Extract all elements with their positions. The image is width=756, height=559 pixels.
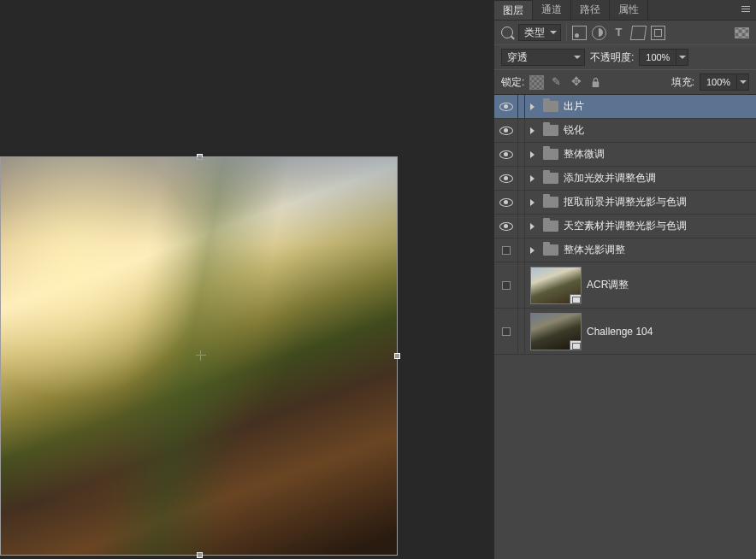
transform-center-icon — [196, 350, 206, 361]
layer-content: 天空素材并调整光影与色调 — [525, 215, 756, 238]
fill-label: 填充: — [671, 75, 694, 90]
canvas-image[interactable] — [0, 156, 398, 556]
tab-channels[interactable]: 通道 — [533, 0, 571, 20]
expand-triangle-icon[interactable] — [530, 103, 538, 110]
layer-row[interactable]: Challenge 104 — [494, 309, 756, 355]
folder-icon — [543, 173, 558, 184]
link-column — [518, 95, 525, 118]
lock-label: 锁定: — [501, 75, 524, 90]
blend-mode-value: 穿透 — [507, 50, 528, 65]
layer-name[interactable]: 添加光效并调整色调 — [564, 171, 656, 185]
filter-text-icon[interactable] — [611, 26, 626, 40]
visibility-empty-icon — [502, 327, 511, 336]
blend-mode-dropdown[interactable]: 穿透 — [501, 49, 585, 66]
fill-input[interactable] — [700, 74, 737, 91]
lock-transparency-icon[interactable] — [529, 75, 544, 90]
layer-content: 锐化 — [525, 119, 756, 142]
fill-stepper-icon[interactable] — [737, 74, 749, 91]
layer-row[interactable]: 抠取前景并调整光影与色调 — [494, 191, 756, 215]
folder-icon — [543, 149, 558, 160]
link-column — [518, 262, 525, 308]
link-column — [518, 309, 525, 354]
visibility-toggle[interactable] — [494, 143, 518, 166]
blend-opacity-row: 穿透 不透明度: — [494, 45, 756, 69]
transform-handle-top[interactable] — [197, 154, 203, 160]
visibility-toggle[interactable] — [494, 215, 518, 238]
visibility-toggle[interactable] — [494, 167, 518, 190]
transform-handle-bottom[interactable] — [197, 552, 203, 558]
smart-object-badge-icon — [570, 340, 582, 350]
layer-row[interactable]: 整体光影调整 — [494, 238, 756, 262]
visibility-toggle[interactable] — [494, 95, 518, 118]
filter-pixel-icon[interactable] — [572, 26, 587, 40]
link-column — [518, 191, 525, 214]
lock-pixels-icon[interactable] — [549, 75, 564, 90]
layer-content: 出片 — [525, 95, 756, 118]
layer-content: 整体光影调整 — [525, 238, 756, 262]
separator-icon — [566, 24, 567, 41]
opacity-input[interactable] — [639, 49, 676, 66]
layer-row[interactable]: 添加光效并调整色调 — [494, 167, 756, 191]
layer-name[interactable]: 整体微调 — [564, 147, 605, 162]
expand-triangle-icon[interactable] — [530, 151, 538, 158]
search-icon[interactable] — [501, 26, 513, 38]
layer-row[interactable]: 天空素材并调整光影与色调 — [494, 215, 756, 238]
panel-menu-icon[interactable] — [739, 3, 753, 15]
visibility-toggle[interactable] — [494, 238, 518, 262]
eye-icon — [499, 103, 513, 111]
layer-name[interactable]: Challenge 104 — [587, 326, 653, 338]
link-column — [518, 143, 525, 166]
visibility-toggle[interactable] — [494, 119, 518, 142]
layer-name[interactable]: ACR调整 — [587, 278, 629, 292]
folder-icon — [543, 197, 558, 208]
layer-row[interactable]: 整体微调 — [494, 143, 756, 167]
expand-triangle-icon[interactable] — [530, 223, 538, 230]
folder-icon — [543, 244, 558, 256]
expand-triangle-icon[interactable] — [530, 175, 538, 182]
visibility-toggle[interactable] — [494, 191, 518, 214]
layer-row[interactable]: ACR调整 — [494, 262, 756, 309]
link-column — [518, 119, 525, 142]
eye-icon — [499, 127, 513, 135]
filter-toggle-icon[interactable] — [735, 27, 749, 38]
layer-row[interactable]: 出片 — [494, 95, 756, 119]
layer-content: ACR调整 — [525, 262, 756, 308]
visibility-toggle[interactable] — [494, 309, 518, 354]
panel-tab-bar: 图层 通道 路径 属性 — [494, 0, 756, 21]
folder-icon — [543, 221, 558, 232]
lock-position-icon[interactable] — [569, 75, 583, 90]
smart-object-badge-icon — [570, 294, 582, 304]
tab-paths[interactable]: 路径 — [571, 0, 610, 20]
filter-shape-icon[interactable] — [630, 26, 647, 40]
layer-filter-row: 类型 — [494, 21, 756, 44]
layer-name[interactable]: 锐化 — [564, 123, 584, 138]
layer-row[interactable]: 锐化 — [494, 119, 756, 143]
layer-thumbnail[interactable] — [530, 267, 582, 304]
layer-name[interactable]: 整体光影调整 — [564, 243, 625, 257]
expand-triangle-icon[interactable] — [530, 247, 538, 254]
link-column — [518, 167, 525, 190]
folder-icon — [543, 125, 558, 136]
layer-name[interactable]: 抠取前景并调整光影与色调 — [564, 195, 687, 209]
lock-fill-row: 锁定: 填充: — [494, 70, 756, 94]
filter-type-dropdown[interactable]: 类型 — [518, 24, 561, 41]
tab-properties[interactable]: 属性 — [610, 0, 648, 20]
eye-icon — [499, 150, 513, 159]
transform-handle-right[interactable] — [394, 353, 400, 359]
layer-thumbnail[interactable] — [530, 313, 582, 350]
expand-triangle-icon[interactable] — [530, 127, 538, 134]
expand-triangle-icon[interactable] — [530, 199, 538, 206]
tab-layers[interactable]: 图层 — [494, 0, 533, 20]
layer-content: 整体微调 — [525, 143, 756, 166]
opacity-stepper-icon[interactable] — [676, 49, 688, 66]
lock-all-icon[interactable] — [588, 75, 603, 90]
visibility-empty-icon — [502, 281, 511, 290]
filter-smartobj-icon[interactable] — [651, 26, 665, 40]
layer-name[interactable]: 天空素材并调整光影与色调 — [564, 219, 687, 233]
eye-icon — [499, 222, 513, 231]
canvas-workspace — [0, 0, 493, 559]
filter-adjustment-icon[interactable] — [592, 26, 606, 40]
visibility-toggle[interactable] — [494, 262, 518, 308]
eye-icon — [499, 174, 513, 183]
layer-name[interactable]: 出片 — [564, 99, 584, 114]
